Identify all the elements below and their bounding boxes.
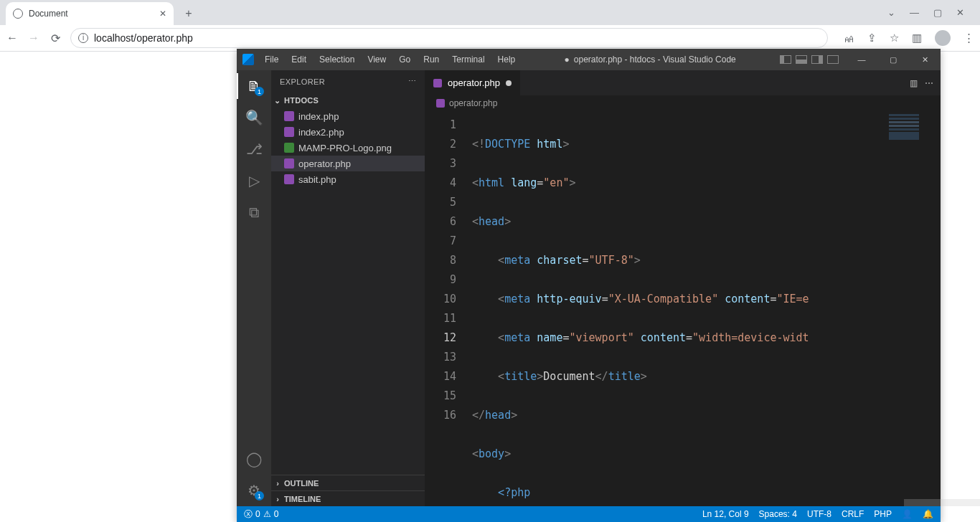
maximize-icon[interactable]: ▢	[877, 49, 909, 70]
editor-tab[interactable]: operator.php	[425, 70, 521, 95]
activity-search[interactable]: 🔍	[245, 109, 263, 126]
activity-extensions[interactable]: ⧉	[245, 204, 263, 221]
timeline-section[interactable]: › TIMELINE	[271, 490, 425, 506]
more-icon[interactable]: ⋯	[408, 77, 416, 86]
branch-icon: ⎇	[245, 141, 263, 158]
file-tree: index.php index2.php MAMP-PRO-Logo.png o…	[271, 108, 425, 187]
menu-file[interactable]: File	[260, 54, 283, 65]
new-tab-button[interactable]: +	[179, 4, 198, 23]
play-icon: ▷	[245, 172, 263, 189]
status-encoding[interactable]: UTF-8	[807, 509, 831, 519]
browser-tabbar: Document ✕ + ⌄ — ▢ ✕	[0, 0, 980, 25]
editor-tabs: operator.php ▥ ⋯	[425, 70, 941, 95]
squares-icon: ⧉	[245, 204, 263, 221]
vscode-logo-icon	[242, 54, 254, 65]
activity-run-debug[interactable]: ▷	[245, 172, 263, 189]
minimize-icon[interactable]: —	[846, 49, 877, 70]
browser-toolbar: ← → ⟳ i localhost/operator.php 🗚 ⇪ ☆ ▥ ⋮	[0, 25, 980, 52]
activity-source-control[interactable]: ⎇	[245, 141, 263, 158]
modified-dot-icon	[506, 80, 512, 86]
explorer-badge: 1	[255, 87, 264, 96]
chevron-down-icon: ⌄	[274, 96, 281, 105]
status-indent[interactable]: Spaces: 4	[759, 509, 797, 519]
layout-grid-icon[interactable]	[827, 55, 839, 64]
editor-body[interactable]: 12345678910111213141516 <!DOCTYPE html> …	[425, 111, 941, 506]
line-gutter: 12345678910111213141516	[425, 111, 465, 506]
vscode-window-controls: — ▢ ✕	[846, 49, 941, 70]
profile-avatar-icon[interactable]	[935, 30, 951, 46]
outline-section[interactable]: › OUTLINE	[271, 475, 425, 490]
browser-tab[interactable]: Document ✕	[6, 2, 174, 25]
file-label: sabit.php	[298, 174, 336, 185]
layout-left-icon[interactable]	[780, 55, 791, 64]
menu-help[interactable]: Help	[493, 54, 521, 65]
reload-button[interactable]: ⟳	[49, 32, 62, 45]
layout-right-icon[interactable]	[811, 55, 823, 64]
browser-window-controls: ⌄ — ▢ ✕	[887, 0, 980, 25]
split-editor-icon[interactable]: ▥	[910, 78, 918, 88]
file-label: operator.php	[298, 158, 351, 169]
menu-go[interactable]: Go	[394, 54, 415, 65]
close-icon[interactable]: ✕	[909, 49, 941, 70]
minimize-icon[interactable]: —	[910, 7, 919, 18]
image-file-icon	[284, 143, 294, 153]
activity-explorer[interactable]: 🗎 1	[245, 77, 263, 95]
file-item-active[interactable]: operator.php	[271, 156, 425, 171]
settings-badge: 1	[255, 491, 264, 500]
file-item[interactable]: sabit.php	[271, 171, 425, 187]
activity-settings[interactable]: ⚙ 1	[245, 482, 263, 499]
file-item[interactable]: index.php	[271, 108, 425, 124]
activity-bar: 🗎 1 🔍 ⎇ ▷ ⧉ ◯ ⚙ 1	[237, 70, 271, 506]
status-bell-icon[interactable]: 🔔	[923, 509, 933, 519]
address-bar[interactable]: i localhost/operator.php	[70, 28, 828, 48]
share-icon[interactable]: ⇪	[867, 32, 877, 44]
folder-name: HTDOCS	[284, 96, 319, 105]
sidebar-title: EXPLORER	[280, 77, 325, 86]
folder-section[interactable]: ⌄ HTDOCS	[271, 92, 425, 108]
bookmark-star-icon[interactable]: ☆	[890, 32, 899, 44]
vscode-title: ● operator.php - htdocs - Visual Studio …	[520, 54, 780, 65]
status-errors[interactable]: ⓧ 0 ⚠ 0	[244, 508, 278, 521]
translate-icon[interactable]: 🗚	[844, 32, 854, 44]
file-label: index2.php	[298, 127, 344, 138]
status-cursor[interactable]: Ln 12, Col 9	[702, 509, 749, 519]
horizontal-scrollbar[interactable]	[904, 499, 980, 506]
more-icon[interactable]: ⋯	[925, 78, 933, 88]
minimap[interactable]	[885, 111, 930, 506]
status-eol[interactable]: CRLF	[842, 509, 864, 519]
status-feedback-icon[interactable]: 👤	[902, 509, 913, 519]
vscode-titlebar[interactable]: File Edit Selection View Go Run Terminal…	[237, 49, 941, 70]
timeline-label: TIMELINE	[284, 495, 321, 503]
menu-view[interactable]: View	[362, 54, 391, 65]
menu-selection[interactable]: Selection	[314, 54, 359, 65]
vertical-scrollbar[interactable]	[930, 111, 941, 506]
activity-account[interactable]: ◯	[245, 450, 263, 468]
file-label: MAMP-PRO-Logo.png	[298, 143, 392, 153]
menu-run[interactable]: Run	[418, 54, 444, 65]
maximize-icon[interactable]: ▢	[933, 7, 942, 18]
tab-title: Document	[29, 9, 154, 19]
php-file-icon	[284, 158, 294, 169]
code-content[interactable]: <!DOCTYPE html> <html lang="en"> <head> …	[465, 111, 885, 506]
site-info-icon[interactable]: i	[78, 33, 88, 43]
menu-edit[interactable]: Edit	[286, 54, 311, 65]
layout-controls[interactable]	[780, 55, 846, 64]
vscode-menu: File Edit Selection View Go Run Terminal…	[260, 54, 520, 65]
search-icon: 🔍	[245, 109, 263, 126]
layout-bottom-icon[interactable]	[796, 55, 807, 64]
file-item[interactable]: index2.php	[271, 124, 425, 140]
sidepanel-icon[interactable]: ▥	[912, 32, 922, 44]
file-item[interactable]: MAMP-PRO-Logo.png	[271, 140, 425, 156]
breadcrumb[interactable]: operator.php	[425, 95, 941, 111]
menu-terminal[interactable]: Terminal	[447, 54, 489, 65]
kebab-menu-icon[interactable]: ⋮	[963, 32, 974, 44]
close-icon[interactable]: ✕	[159, 9, 166, 19]
status-language[interactable]: PHP	[874, 509, 892, 519]
url-text: localhost/operator.php	[94, 32, 193, 44]
breadcrumb-label: operator.php	[449, 98, 497, 108]
forward-button[interactable]: →	[27, 32, 40, 44]
explorer-sidebar: EXPLORER ⋯ ⌄ HTDOCS index.php index2.php…	[271, 70, 425, 506]
close-icon[interactable]: ✕	[956, 7, 964, 18]
chevron-down-icon[interactable]: ⌄	[887, 7, 895, 18]
back-button[interactable]: ←	[6, 32, 19, 44]
